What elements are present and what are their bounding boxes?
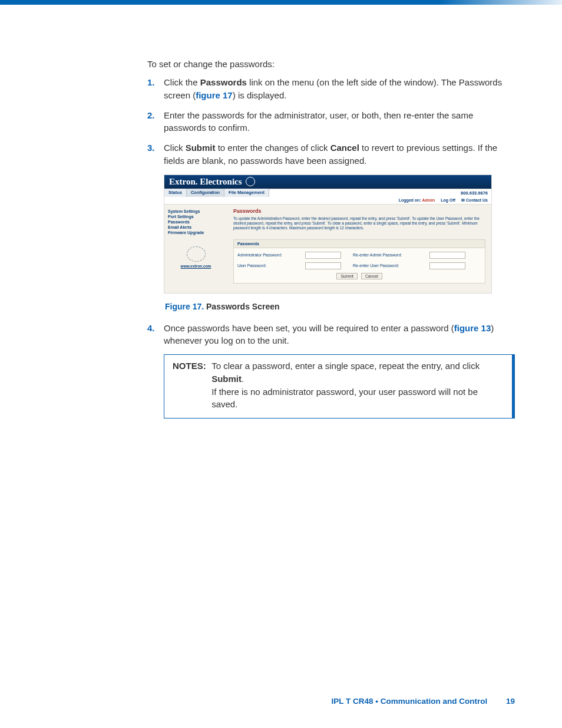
sidebar-item-port-settings[interactable]: Port Settings	[168, 215, 224, 219]
intro-text: To set or change the passwords:	[147, 58, 515, 70]
step-number: 2.	[147, 109, 155, 122]
figure-caption: Figure 17. Passwords Screen	[165, 302, 515, 311]
contact-us-link[interactable]: ✉ Contact Us	[461, 198, 488, 203]
cancel-word: Cancel	[330, 143, 359, 153]
submit-button[interactable]: Submit	[336, 273, 358, 279]
passwords-word: Passwords	[200, 77, 247, 87]
passwords-screen-figure: Extron. Electronics Status Configuration…	[164, 174, 492, 294]
tab-file-management[interactable]: File Management	[224, 189, 269, 197]
step-number: 3.	[147, 141, 155, 154]
step-text: Click the	[164, 77, 200, 87]
mail-icon: ✉	[461, 198, 465, 202]
note-1: To clear a password, enter a single spac…	[211, 360, 501, 386]
logo-icon	[187, 246, 206, 262]
step-number: 4.	[147, 322, 155, 335]
notes-box: NOTES: To clear a password, enter a sing…	[164, 354, 515, 419]
reenter-user-label: Re-enter User Password:	[353, 263, 429, 268]
main-panel: Passwords To update the Administration P…	[227, 205, 491, 293]
note-2: If there is no administrator password, y…	[211, 386, 501, 411]
extron-link[interactable]: www.extron.com	[168, 264, 224, 268]
sidebar-item-passwords[interactable]: Passwords	[168, 220, 224, 224]
panel-heading: Passwords	[234, 240, 485, 248]
sidebar-item-system-settings[interactable]: System Settings	[168, 209, 224, 213]
step-4: 4. Once passwords have been set, you wil…	[147, 322, 515, 348]
figure-13-link[interactable]: figure 13	[454, 323, 491, 333]
footer-doc: IPL T CR48 • Communication and Control	[331, 697, 487, 706]
sidebar-logo: www.extron.com	[168, 246, 224, 268]
admin-password-input[interactable]	[305, 252, 341, 259]
brand-bar: Extron. Electronics	[164, 175, 491, 189]
submit-word: Submit	[186, 143, 216, 153]
brand-text: Extron. Electronics	[169, 177, 242, 187]
passwords-panel: Passwords Administrator Password: Re-ent…	[233, 239, 485, 284]
step-text: Once passwords have been set, you will b…	[164, 323, 454, 333]
user-row: User Password: Re-enter User Password:	[237, 262, 481, 269]
help-text: To update the Administration Password, e…	[233, 216, 485, 231]
sidebar: System Settings Port Settings Passwords …	[164, 205, 227, 293]
brand-icon	[246, 177, 255, 186]
sidebar-item-firmware-upgrade[interactable]: Firmware Upgrade	[168, 230, 224, 235]
caption-lead: Figure 17.	[165, 302, 204, 311]
admin-row: Administrator Password: Re-enter Admin P…	[237, 252, 481, 259]
page-top-accent	[0, 0, 562, 5]
figure-17-link[interactable]: figure 17	[196, 90, 233, 100]
reenter-admin-input[interactable]	[429, 252, 465, 259]
logged-on: Logged on: Admin	[399, 198, 435, 203]
reenter-admin-label: Re-enter Admin Password:	[353, 253, 429, 257]
step-text: ) is displayed.	[233, 90, 287, 100]
steps-list-cont: 4. Once passwords have been set, you wil…	[147, 322, 515, 348]
user-password-label: User Password:	[237, 263, 305, 268]
sidebar-item-email-alerts[interactable]: Email Alerts	[168, 225, 224, 229]
meta-bar: Logged on: Admin Log Off ✉ Contact Us	[164, 197, 491, 205]
tab-configuration[interactable]: Configuration	[187, 189, 224, 197]
step-2: 2. Enter the passwords for the administr…	[147, 109, 515, 135]
user-password-input[interactable]	[305, 262, 341, 269]
step-1: 1. Click the Passwords link on the menu …	[147, 76, 515, 102]
step-text: Click	[164, 143, 186, 153]
caption-title: Passwords Screen	[206, 302, 280, 311]
phone-number: 800.633.9876	[269, 189, 491, 197]
notes-label: NOTES:	[173, 360, 209, 373]
footer-page: 19	[506, 697, 515, 706]
step-text: Enter the passwords for the administrato…	[164, 110, 473, 133]
page-footer: IPL T CR48 • Communication and Control 1…	[331, 697, 515, 706]
step-3: 3. Click Submit to enter the changes of …	[147, 141, 515, 167]
cancel-button[interactable]: Cancel	[361, 273, 382, 279]
submit-word: Submit	[211, 374, 242, 384]
steps-list: 1. Click the Passwords link on the menu …	[147, 76, 515, 167]
step-text: to enter the changes of click	[216, 143, 330, 153]
panel-title: Passwords	[233, 208, 485, 214]
admin-password-label: Administrator Password:	[237, 253, 305, 257]
tabs-row: Status Configuration File Management 800…	[164, 189, 491, 197]
page-body: To set or change the passwords: 1. Click…	[0, 5, 562, 419]
step-number: 1.	[147, 76, 155, 89]
reenter-user-input[interactable]	[429, 262, 465, 269]
tab-status[interactable]: Status	[164, 189, 187, 197]
logoff-link[interactable]: Log Off	[441, 198, 455, 203]
